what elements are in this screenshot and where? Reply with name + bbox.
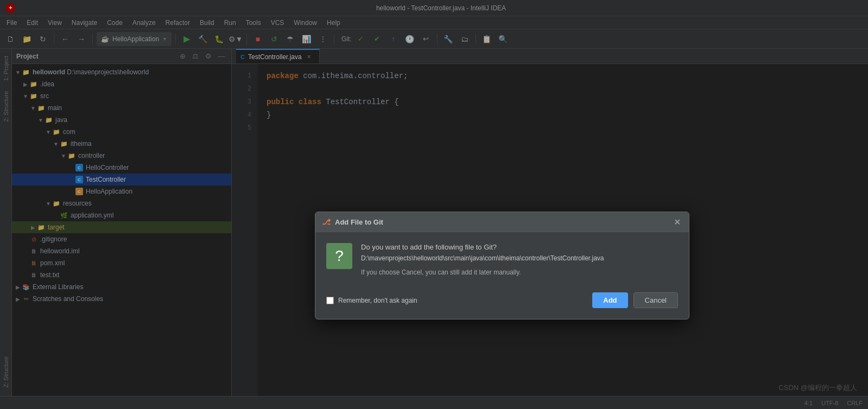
add-button[interactable]: Add — [592, 292, 628, 308]
project-panel: Project ⊕ ⚖ ⚙ — ▼ 📁 helloworld D:\mavenp… — [12, 49, 232, 396]
file-tree: ▼ 📁 helloworld D:\mavenprojects\hellowor… — [12, 64, 231, 396]
ext-lib-icon: 📚 — [22, 283, 30, 291]
yaml-file-icon: 🌿 — [60, 211, 68, 220]
panel-settings-btn[interactable]: ⚙ — [203, 51, 214, 62]
toolbar-open-btn[interactable]: 📁 — [20, 32, 34, 46]
toolbar-new-btn[interactable]: 🗋 — [3, 32, 17, 46]
coverage-btn[interactable]: ☂ — [283, 32, 297, 46]
menu-file[interactable]: File — [2, 18, 21, 28]
tree-item-hello-controller[interactable]: C HelloController — [12, 162, 231, 174]
tree-item-label: HelloApplication — [86, 188, 132, 195]
sidebar-tab-project[interactable]: 1: Project — [1, 51, 11, 85]
cancel-button[interactable]: Cancel — [633, 292, 678, 308]
project-structure-btn[interactable]: 🗂 — [458, 32, 472, 46]
tree-item-target[interactable]: ▶ 📁 target — [12, 221, 231, 233]
project-selector[interactable]: ☕ HelloApplication ▼ — [97, 32, 172, 46]
tree-item-application-yml[interactable]: 🌿 application.yml — [12, 209, 231, 221]
git-history-btn[interactable]: 🕐 — [403, 32, 417, 46]
toolbar-sep-4 — [246, 34, 247, 44]
tree-item-helloworld-iml[interactable]: 🗎 helloworld.iml — [12, 245, 231, 257]
panel-equalizer-btn[interactable]: ⚖ — [190, 51, 201, 62]
menu-edit[interactable]: Edit — [22, 18, 42, 28]
tab-close-btn[interactable]: ✕ — [305, 53, 313, 61]
tree-item-test-controller[interactable]: C TestController — [12, 174, 231, 186]
menu-refactor[interactable]: Refactor — [161, 18, 194, 28]
git-commit-btn[interactable]: ✔ — [370, 32, 384, 46]
arrow-icon: ▼ — [45, 201, 52, 207]
tree-item-controller[interactable]: ▼ 📁 controller — [12, 150, 231, 162]
toolbar-sep-6 — [437, 34, 438, 44]
menu-help[interactable]: Help — [322, 18, 345, 28]
tree-item-itheima[interactable]: ▼ 📁 itheima — [12, 138, 231, 150]
panel-header: Project ⊕ ⚖ ⚙ — — [12, 49, 231, 64]
more-run-btn[interactable]: ⋮ — [316, 32, 330, 46]
tree-item-hello-application[interactable]: C HelloApplication — [12, 186, 231, 197]
dialog-close-button[interactable]: ✕ — [671, 216, 682, 227]
tree-item-label: pom.xml — [40, 259, 65, 267]
left-sidebar-strip: 1: Project 2: Structure Z: Structure — [0, 49, 12, 396]
tree-item-label: application.yml — [71, 212, 113, 219]
search-everywhere-btn[interactable]: 🔍 — [496, 32, 510, 46]
arrow-icon: ▶ — [29, 225, 37, 231]
tree-item-label: HelloController — [86, 164, 129, 171]
build-btn[interactable]: 🔨 — [196, 32, 210, 46]
menu-analyze[interactable]: Analyze — [128, 18, 160, 28]
remember-checkbox[interactable] — [326, 297, 334, 304]
window-title: helloworld - TestController.java - Intel… — [20, 4, 863, 12]
tree-item-external-libraries[interactable]: ▶ 📚 External Libraries — [12, 281, 231, 293]
menu-window[interactable]: Window — [289, 18, 321, 28]
status-line-sep[interactable]: CRLF — [847, 400, 863, 406]
menu-view[interactable]: View — [43, 18, 66, 28]
tree-item-main[interactable]: ▼ 📁 main — [12, 102, 231, 114]
tree-item-label: .gitignore — [40, 235, 67, 243]
tree-item-com[interactable]: ▼ 📁 com — [12, 126, 231, 138]
tree-item-helloworld[interactable]: ▼ 📁 helloworld D:\mavenprojects\hellowor… — [12, 66, 231, 78]
run-btn[interactable]: ▶ — [180, 32, 194, 46]
line-numbers: 1 2 3 4 5 — [232, 64, 258, 396]
reload-btn[interactable]: ↺ — [267, 32, 281, 46]
menu-build[interactable]: Build — [195, 18, 219, 28]
menu-navigate[interactable]: Navigate — [67, 18, 102, 28]
toolbar-forward-btn[interactable]: → — [74, 32, 88, 46]
tree-item-pom-xml[interactable]: 🗎 pom.xml — [12, 257, 231, 269]
sidebar-tab-structure[interactable]: 2: Structure — [1, 86, 11, 126]
menu-tools[interactable]: Tools — [242, 18, 265, 28]
iml-file-icon: 🗎 — [29, 247, 38, 255]
tree-item-gitignore[interactable]: ⊘ .gitignore — [12, 233, 231, 245]
panel-locate-btn[interactable]: ⊕ — [177, 51, 188, 62]
run-config-btn[interactable]: ⚙▼ — [229, 32, 243, 46]
git-push-btn[interactable]: ↑ — [387, 32, 401, 46]
tree-item-resources[interactable]: ▼ 📁 resources — [12, 197, 231, 209]
git-undo-btn[interactable]: ↩ — [419, 32, 433, 46]
profile-btn[interactable]: 📊 — [300, 32, 314, 46]
debug-btn[interactable]: 🐛 — [212, 32, 226, 46]
toolbar-sep-1 — [54, 34, 54, 44]
toolbar-back-btn[interactable]: ← — [58, 32, 72, 46]
tree-item-idea[interactable]: ▶ 📁 .idea — [12, 78, 231, 90]
dialog-buttons: Add Cancel — [592, 292, 678, 308]
stop-btn[interactable]: ■ — [251, 32, 265, 46]
dialog-question-icon: ? — [326, 243, 352, 269]
toolbar-sep-7 — [476, 34, 476, 44]
toolbar-sync-btn[interactable]: ↻ — [36, 32, 50, 46]
status-encoding[interactable]: UTF-8 — [821, 400, 838, 406]
git-check-btn[interactable]: ✓ — [354, 32, 368, 46]
remember-checkbox-label[interactable]: Remember, don't ask again — [326, 297, 417, 304]
tree-item-java[interactable]: ▼ 📁 java — [12, 114, 231, 126]
arrow-icon: ▼ — [22, 93, 29, 99]
menu-vcs[interactable]: VCS — [267, 18, 289, 28]
tree-item-test-txt[interactable]: 🗎 test.txt — [12, 269, 231, 281]
settings-btn[interactable]: 🔧 — [441, 32, 455, 46]
menu-run[interactable]: Run — [220, 18, 240, 28]
tree-item-label: helloworld D:\mavenprojects\helloworld — [33, 68, 149, 76]
dialog-path-text: D:\mavenprojects\helloworld\src\main\jav… — [361, 254, 678, 262]
git-label: Git: — [341, 35, 352, 43]
tab-test-controller[interactable]: C TestController.java ✕ — [236, 49, 320, 63]
sidebar-tab-bottom[interactable]: Z: Structure — [1, 352, 11, 392]
tree-item-scratches[interactable]: ▶ ✏ Scratches and Consoles — [12, 293, 231, 305]
scratch-btn[interactable]: 📋 — [480, 32, 494, 46]
panel-minimize-btn[interactable]: — — [216, 51, 227, 62]
tree-item-src[interactable]: ▼ 📁 src — [12, 90, 231, 102]
menu-code[interactable]: Code — [103, 18, 127, 28]
dialog-title-text: Add File to Git — [335, 218, 383, 226]
